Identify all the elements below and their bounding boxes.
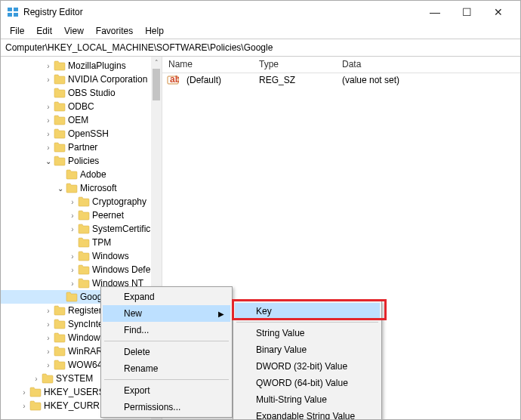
scrollbar-thumb[interactable] (153, 69, 160, 100)
folder-icon (78, 210, 90, 221)
cm-permissions[interactable]: Permissions... (103, 399, 230, 415)
cm-delete[interactable]: Delete (103, 344, 230, 360)
tree-expander[interactable]: › (43, 334, 54, 342)
tree-expander[interactable]: › (43, 320, 54, 329)
menu-help[interactable]: Help (139, 24, 170, 38)
tree-expander[interactable]: › (43, 347, 54, 356)
tree-expander[interactable]: › (31, 375, 42, 383)
tree-expander[interactable]: › (67, 198, 78, 206)
cm-export[interactable]: Export (103, 382, 230, 399)
folder-icon (54, 156, 66, 166)
tree-expander[interactable]: › (43, 361, 54, 369)
tree-item[interactable]: Adobe (1, 168, 151, 181)
column-name[interactable]: Name (162, 57, 253, 73)
sm-expandable[interactable]: Expandable String Value (235, 408, 380, 420)
tree-item[interactable]: ⌄Microsoft (1, 181, 151, 195)
close-button[interactable]: ✕ (482, 1, 514, 23)
tree-label: OBS Studio (68, 88, 116, 98)
address-bar (1, 39, 520, 57)
address-input[interactable] (4, 41, 517, 54)
menu-favorites[interactable]: Favorites (90, 24, 139, 38)
minimize-button[interactable]: — (419, 1, 451, 23)
sm-string[interactable]: String Value (235, 325, 380, 341)
tree-item[interactable]: OBS Studio (1, 86, 151, 100)
column-type[interactable]: Type (253, 57, 336, 73)
tree-item[interactable]: ›Windows (1, 249, 151, 263)
folder-icon (78, 264, 90, 275)
tree-item[interactable]: ›Cryptography (1, 195, 151, 208)
tree-expander[interactable]: › (43, 76, 54, 84)
submenu-arrow-icon: ▶ (218, 310, 224, 318)
tree-label: HKEY_USERS (44, 387, 105, 397)
folder-icon (54, 305, 66, 316)
sm-key[interactable]: Key (235, 303, 380, 320)
svg-rect-0 (8, 8, 12, 11)
tree-item[interactable]: ›SystemCertific (1, 222, 151, 236)
tree-item[interactable]: ›NVIDIA Corporation (1, 73, 151, 86)
tree-expander[interactable]: › (67, 225, 78, 233)
menu-file[interactable]: File (4, 24, 30, 38)
list-row[interactable]: ab (Default) REG_SZ (value not set) (162, 73, 520, 87)
menu-view[interactable]: View (58, 24, 90, 38)
tree-expander[interactable]: › (43, 130, 54, 138)
folder-icon (54, 332, 66, 343)
menu-edit[interactable]: Edit (30, 24, 58, 38)
tree-label: MozillaPlugins (68, 60, 126, 71)
tree-expander[interactable]: ⌄ (43, 157, 54, 165)
folder-icon (29, 387, 42, 397)
tree-expander[interactable]: › (43, 103, 54, 111)
sm-dword[interactable]: DWORD (32-bit) Value (235, 358, 380, 375)
folder-icon (78, 251, 90, 261)
tree-label: OpenSSH (68, 128, 109, 139)
tree-item[interactable]: ›ODBC (1, 100, 151, 113)
cm-expand[interactable]: Expand (103, 289, 230, 305)
tree-label: ODBC (68, 101, 94, 112)
tree-expander[interactable]: ⌄ (55, 184, 66, 193)
tree-expander[interactable]: › (43, 144, 54, 152)
sm-qword[interactable]: QWORD (64-bit) Value (235, 375, 380, 391)
tree-expander[interactable]: › (67, 252, 78, 261)
folder-icon (78, 237, 90, 248)
tree-expander[interactable]: › (67, 266, 78, 274)
folder-icon (54, 60, 66, 71)
tree-item[interactable]: ›OEM (1, 113, 151, 127)
tree-expander[interactable]: › (67, 212, 78, 220)
folder-icon (54, 88, 66, 98)
folder-icon (66, 183, 78, 193)
tree-expander[interactable]: › (67, 279, 78, 288)
tree-label: Cryptography (92, 196, 146, 207)
folder-icon (29, 400, 42, 411)
cm-new[interactable]: New ▶ (103, 305, 230, 322)
tree-item[interactable]: ›Peernet (1, 208, 151, 222)
tree-label: NVIDIA Corporation (68, 74, 147, 85)
cm-find[interactable]: Find... (103, 322, 230, 338)
title-bar: Registry Editor — ☐ ✕ (1, 1, 520, 23)
tree-item[interactable]: ›Partner (1, 141, 151, 154)
column-data[interactable]: Data (336, 57, 520, 73)
tree-expander[interactable]: › (43, 307, 54, 315)
tree-label: Windows (92, 251, 129, 261)
folder-icon (66, 169, 78, 180)
tree-expander[interactable]: › (19, 402, 29, 410)
tree-expander[interactable]: › (43, 62, 54, 70)
tree-item[interactable]: ›OpenSSH (1, 127, 151, 141)
tree-item[interactable]: ›MozillaPlugins (1, 59, 151, 73)
tree-label: Windows Defe (92, 264, 150, 275)
sm-binary[interactable]: Binary Value (235, 341, 380, 358)
folder-icon (78, 224, 90, 234)
scroll-up-arrow[interactable]: ˄ (151, 57, 162, 69)
tree-expander[interactable]: › (43, 116, 54, 125)
tree-expander[interactable]: › (19, 388, 29, 397)
sm-multi[interactable]: Multi-String Value (235, 391, 380, 408)
cm-rename[interactable]: Rename (103, 360, 230, 377)
tree-item[interactable]: ›Windows Defe (1, 263, 151, 276)
tree-item[interactable]: ⌄Policies (1, 154, 151, 168)
folder-icon (54, 128, 66, 139)
window-title: Registry Editor (23, 7, 419, 17)
tree-label: WinRAR (68, 346, 103, 357)
tree-item[interactable]: TPM (1, 236, 151, 249)
folder-icon (54, 101, 66, 112)
folder-icon (78, 278, 90, 289)
maximize-button[interactable]: ☐ (451, 1, 482, 23)
folder-icon (78, 196, 90, 207)
